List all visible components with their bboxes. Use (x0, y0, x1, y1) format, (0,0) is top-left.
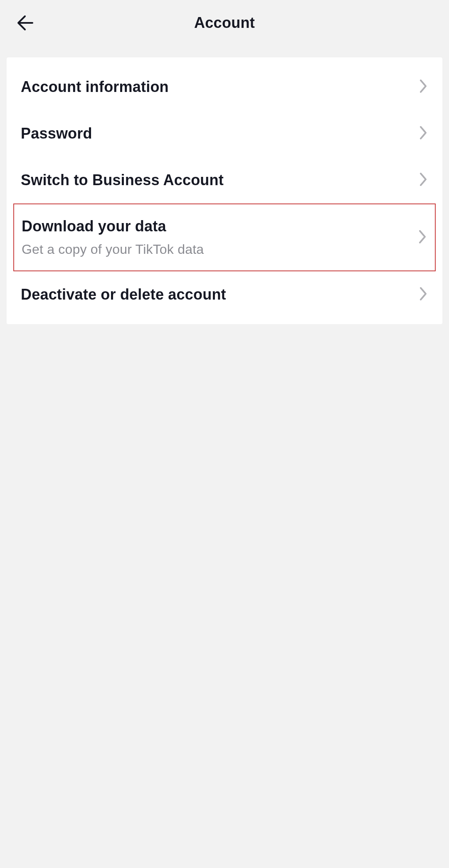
back-button[interactable] (12, 10, 38, 36)
list-item-content: Deactivate or delete account (21, 286, 226, 303)
list-item-password[interactable]: Password (7, 110, 442, 157)
chevron-right-icon (418, 285, 428, 304)
settings-card: Account information Password Switch to B… (7, 57, 442, 324)
list-item-label: Switch to Business Account (21, 171, 224, 189)
chevron-right-icon (417, 228, 427, 247)
list-item-label: Password (21, 125, 92, 142)
list-item-content: Download your data Get a copy of your Ti… (22, 218, 204, 257)
header: Account (0, 0, 449, 46)
page-title: Account (12, 14, 437, 32)
chevron-right-icon (418, 171, 428, 189)
list-item-subtitle: Get a copy of your TikTok data (22, 242, 204, 257)
list-item-deactivate-delete[interactable]: Deactivate or delete account (7, 271, 442, 318)
list-item-account-information[interactable]: Account information (7, 64, 442, 110)
list-item-content: Account information (21, 78, 169, 96)
list-item-content: Switch to Business Account (21, 171, 224, 189)
list-item-label: Account information (21, 78, 169, 96)
back-arrow-icon (16, 14, 34, 32)
list-item-switch-business[interactable]: Switch to Business Account (7, 157, 442, 203)
chevron-right-icon (418, 124, 428, 143)
chevron-right-icon (418, 78, 428, 96)
list-item-label: Deactivate or delete account (21, 286, 226, 303)
list-item-content: Password (21, 125, 92, 142)
list-item-label: Download your data (22, 218, 204, 235)
list-item-download-data[interactable]: Download your data Get a copy of your Ti… (13, 203, 436, 271)
